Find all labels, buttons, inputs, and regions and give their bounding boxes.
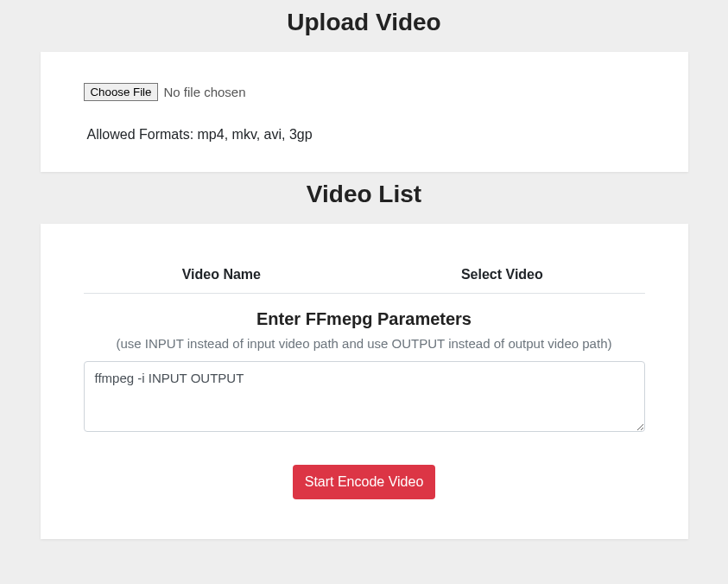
- allowed-formats-text: Allowed Formats: mp4, mkv, avi, 3gp: [87, 127, 645, 143]
- file-input-row: Choose File No file chosen: [84, 83, 645, 101]
- upload-card: Choose File No file chosen Allowed Forma…: [41, 52, 688, 172]
- ffmpeg-params-heading: Enter FFmepg Parameters: [84, 309, 645, 329]
- choose-file-button[interactable]: Choose File: [84, 83, 159, 101]
- col-select-video: Select Video: [359, 258, 644, 294]
- encode-button-row: Start Encode Video: [84, 465, 645, 499]
- table-header-row: Video Name Select Video: [84, 258, 645, 294]
- start-encode-button[interactable]: Start Encode Video: [293, 465, 436, 499]
- col-video-name: Video Name: [84, 258, 360, 294]
- video-list-heading: Video List: [41, 181, 688, 208]
- upload-video-heading: Upload Video: [41, 9, 688, 36]
- file-chosen-status: No file chosen: [163, 85, 245, 99]
- video-list-card: Video Name Select Video Enter FFmepg Par…: [41, 224, 688, 539]
- ffmpeg-hint: (use INPUT instead of input video path a…: [84, 336, 645, 351]
- video-table: Video Name Select Video: [84, 258, 645, 294]
- ffmpeg-params-input[interactable]: [84, 361, 645, 432]
